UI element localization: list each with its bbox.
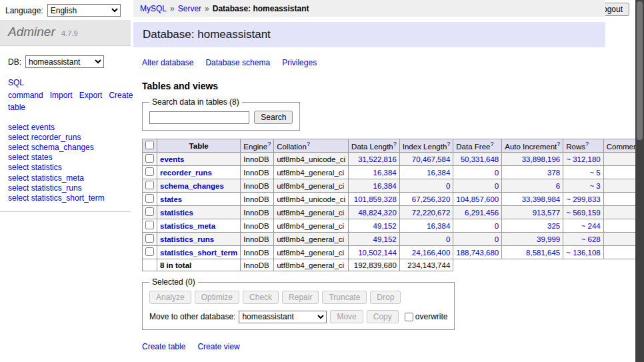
breadcrumb-link[interactable]: Server [178,4,201,13]
language-select[interactable]: English [47,4,121,17]
table-name-link[interactable]: statistics_short_term [160,249,237,257]
scrollbar[interactable] [635,0,644,362]
move-button[interactable]: Move [330,310,363,323]
move-db-select[interactable]: homeassistant [239,311,327,323]
data-length-cell: 16,384 [349,166,400,179]
db-action-link[interactable]: Privileges [282,58,317,67]
table-name-link[interactable]: statistics [160,209,193,217]
total-data-length-cell: 192,839,680 [349,259,400,271]
help-link[interactable]: ? [267,141,271,147]
table-name-link[interactable]: recorder_runs [160,169,212,177]
collation-cell: utf8mb4_general_ci [274,206,349,219]
rows-cell: ~ 136,108 [563,246,603,259]
table-select-link[interactable]: select statistics_short_term [8,193,105,203]
rows-cell: ~ 628 [563,233,603,246]
optimize-button[interactable]: Optimize [195,291,239,304]
db-select[interactable]: homeassistant [25,55,104,68]
data-length-cell: 31,522,816 [349,153,400,166]
breadcrumb-current: Database: homeassistant [213,4,309,13]
data-length-cell: 16,384 [349,179,400,193]
table-select-link[interactable]: select statistics_runs [8,183,82,193]
rows-cell: ~ 312,180 [563,153,603,166]
sidebar-link[interactable]: SQL command [8,78,43,100]
tables-heading: Tables and views [142,81,605,91]
table-select-link[interactable]: select schema_changes [8,143,94,152]
table-name-link[interactable]: statistics_runs [160,235,214,243]
engine-cell: InnoDB [241,193,274,206]
analyze-button[interactable]: Analyze [149,291,191,304]
col-header-engine: Engine? [241,139,274,153]
search-button[interactable]: Search [254,111,293,124]
db-action-link[interactable]: Database schema [205,58,270,67]
scrollbar-thumb[interactable] [637,1,643,140]
help-link[interactable]: ? [557,141,560,147]
row-checkbox[interactable] [145,234,154,243]
repair-button[interactable]: Repair [282,291,319,304]
page-title: Database: homeassistant [133,22,605,47]
index-length-cell: 0 [399,179,453,193]
help-link[interactable]: ? [585,141,589,147]
table-row: statistics_short_termInnoDButf8mb4_gener… [143,246,644,259]
row-checkbox[interactable] [145,207,154,216]
table-row: eventsInnoDButf8mb4_unicode_ci31,522,816… [143,153,644,166]
data-free-cell: 0 [453,179,502,193]
table-name-link[interactable]: events [160,155,184,163]
table-select-item: select events [8,123,123,132]
help-link[interactable]: ? [490,141,493,147]
table-name-link[interactable]: states [160,195,182,203]
select-all-checkbox[interactable] [145,141,154,149]
search-input[interactable] [149,111,249,124]
row-checkbox[interactable] [145,221,154,229]
help-link[interactable]: ? [447,141,450,147]
copy-button[interactable]: Copy [367,310,399,323]
table-name-link[interactable]: schema_changes [160,182,224,190]
language-label: Language: [5,6,43,15]
check-button[interactable]: Check [243,291,279,304]
auto-increment-cell: 378 [502,166,563,179]
total-index-length-cell: 234,143,744 [399,259,453,271]
table-select-link[interactable]: select states [8,153,53,162]
app-version: 4.7.9 [61,29,77,37]
help-link[interactable]: ? [393,141,397,147]
sidebar-link[interactable]: Export [79,91,103,100]
search-legend: Search data in tables (8) [149,97,242,107]
table-row: statesInnoDButf8mb4_unicode_ci101,859,32… [143,193,644,206]
row-checkbox[interactable] [145,181,154,189]
breadcrumb: MySQL»Server»Database: homeassistant [133,0,605,17]
table-row: statisticsInnoDButf8mb4_general_ci48,824… [143,206,644,219]
table-select-link[interactable]: select statistics [8,163,62,172]
data-length-cell: 48,824,320 [349,206,400,219]
row-checkbox[interactable] [145,194,154,203]
table-select-link[interactable]: select recorder_runs [8,133,81,142]
overwrite-checkbox[interactable] [405,313,413,321]
col-header-data-free: Data Free? [453,139,502,153]
table-select-link[interactable]: select statistics_meta [8,173,84,183]
table-select-link[interactable]: select events [8,123,55,132]
selected-legend: Selected (0) [149,277,198,287]
row-checkbox[interactable] [145,154,154,163]
row-checkbox[interactable] [145,167,154,176]
help-link[interactable]: ? [307,141,310,147]
selected-buttons: AnalyzeOptimizeCheckRepairTruncateDrop [149,291,447,304]
drop-button[interactable]: Drop [370,291,401,304]
selected-fieldset: Selected (0) AnalyzeOptimizeCheckRepairT… [142,277,455,330]
auto-increment-cell: 325 [502,219,563,233]
create-link[interactable]: Create view [197,342,239,351]
col-header-rows: Rows? [563,139,603,153]
data-length-cell: 10,502,144 [349,246,400,259]
create-link[interactable]: Create table [142,342,185,351]
total-collation-cell: utf8mb4_general_ci [274,259,349,271]
app-logo[interactable]: Adminer [8,25,55,39]
table-select-item: select statistics_runs [8,183,123,193]
sidebar-link[interactable]: Import [50,91,73,100]
data-length-cell: 49,152 [349,233,400,246]
row-checkbox[interactable] [145,247,154,256]
truncate-button[interactable]: Truncate [322,291,367,304]
engine-cell: InnoDB [241,219,274,233]
db-action-link[interactable]: Alter database [142,58,193,67]
breadcrumb-link[interactable]: MySQL [140,4,167,13]
table-name-link[interactable]: statistics_meta [160,222,215,230]
data-length-cell: 49,152 [349,219,400,233]
auto-increment-cell: 39,999 [502,233,563,246]
table-select-item: select states [8,153,123,162]
